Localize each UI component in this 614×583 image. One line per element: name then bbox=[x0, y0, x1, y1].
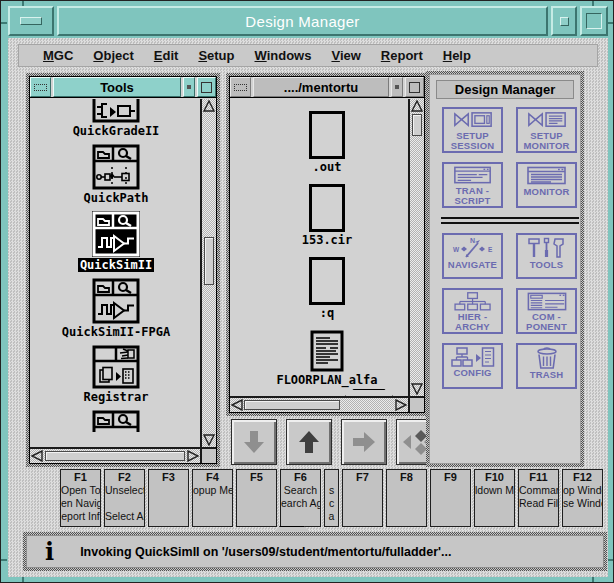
scrollbar-thumb[interactable] bbox=[244, 400, 340, 410]
fkey-f4[interactable]: F4 opup Men bbox=[192, 469, 233, 527]
menu-setup[interactable]: Setup bbox=[198, 48, 234, 63]
menu-view[interactable]: View bbox=[331, 48, 360, 63]
setup-monitor-icon bbox=[525, 110, 569, 131]
panel-menu-button[interactable] bbox=[30, 77, 51, 97]
nav-right-icon bbox=[349, 427, 379, 457]
palette-button-label: MONITOR bbox=[523, 187, 569, 197]
tools-horizontal-scrollbar[interactable] bbox=[30, 447, 200, 463]
scroll-right-icon[interactable] bbox=[187, 450, 199, 462]
menu-report[interactable]: Report bbox=[381, 48, 423, 63]
title-bar[interactable]: Design Manager bbox=[8, 6, 608, 36]
file-item-floorplan[interactable]: FLOORPLAN_alfa bbox=[276, 330, 377, 387]
file-item-q[interactable]: :q bbox=[309, 257, 345, 320]
minimize-button[interactable] bbox=[551, 6, 577, 36]
file-label: 153.cir bbox=[302, 233, 353, 247]
fkey-f6[interactable]: F6 Search earch Aga bbox=[280, 469, 321, 527]
scroll-left-icon[interactable] bbox=[231, 399, 243, 411]
scroll-down-icon[interactable] bbox=[411, 383, 423, 395]
registrar-icon bbox=[92, 345, 140, 389]
scroll-up-icon[interactable] bbox=[411, 100, 423, 112]
nav-up-button[interactable] bbox=[286, 419, 332, 465]
nav-multi-icon bbox=[402, 427, 429, 457]
palette-panel: Design Manager SETUP SESSION bbox=[426, 71, 584, 467]
file-vertical-scrollbar[interactable] bbox=[408, 99, 424, 396]
menu-object[interactable]: Object bbox=[93, 48, 133, 63]
panel-maximize-button[interactable] bbox=[197, 77, 216, 97]
window-menu-button[interactable] bbox=[8, 6, 54, 36]
fkey-f12[interactable]: F12 op Windo se Windo bbox=[562, 469, 603, 527]
fkey-f10[interactable]: F10 ldown Me bbox=[474, 469, 515, 527]
frame-handle[interactable] bbox=[1, 22, 7, 24]
component-button[interactable]: COM - PONENT bbox=[516, 288, 577, 334]
quicksim-fpga-icon bbox=[92, 278, 140, 324]
fkey-f2[interactable]: F2 Unselect A Select All bbox=[104, 469, 145, 527]
fkey-f11[interactable]: F11 Command Read File bbox=[518, 469, 559, 527]
quicksim-icon bbox=[92, 211, 140, 257]
frame-handle[interactable] bbox=[1, 559, 7, 561]
scroll-left-icon[interactable] bbox=[31, 450, 43, 462]
config-button[interactable]: CONFIG bbox=[442, 343, 503, 389]
status-bar: i Invoking QuickSimII on '/users09/stude… bbox=[23, 532, 607, 571]
scrollbar-thumb[interactable] bbox=[204, 237, 214, 285]
file-item-153cir[interactable]: 153.cir bbox=[302, 184, 353, 247]
tools-title-bar[interactable]: Tools bbox=[30, 77, 216, 98]
nav-down-button[interactable] bbox=[231, 419, 277, 465]
navigate-button[interactable]: N W E NAVIGATE bbox=[442, 233, 503, 279]
fkey-f7[interactable]: F7 bbox=[342, 469, 383, 527]
file-item-out[interactable]: .out bbox=[309, 111, 345, 174]
status-message: Invoking QuickSimII on '/users09/student… bbox=[80, 545, 451, 559]
fkey-f3[interactable]: F3 bbox=[148, 469, 189, 527]
component-icon bbox=[525, 291, 569, 312]
tool-item-quicksimii[interactable]: QuickSimII bbox=[78, 211, 154, 272]
panel-minimize-button[interactable] bbox=[183, 77, 195, 97]
menu-help[interactable]: Help bbox=[443, 48, 471, 63]
palette-title: Design Manager bbox=[436, 80, 574, 99]
nav-right-button[interactable] bbox=[341, 419, 387, 465]
menu-windows[interactable]: Windows bbox=[255, 48, 312, 63]
fkey-f8[interactable]: F8 bbox=[386, 469, 427, 527]
setup-monitor-button[interactable]: SETUP MONITOR bbox=[516, 107, 577, 153]
config-icon bbox=[451, 346, 495, 368]
blank-sheet-icon bbox=[309, 111, 345, 159]
palette-button-label: TRASH bbox=[530, 370, 564, 380]
palette-button-label: NAVIGATE bbox=[448, 260, 497, 270]
panel-maximize-button[interactable] bbox=[405, 77, 424, 97]
tool-item-quickpath[interactable]: QuickPath bbox=[83, 144, 148, 205]
tools-button[interactable]: TOOLS bbox=[516, 233, 577, 279]
fkey-narrow[interactable]: s c a bbox=[324, 469, 339, 527]
scroll-down-icon[interactable] bbox=[203, 434, 215, 446]
tool-item-quickgradeii[interactable]: QuickGradeII bbox=[73, 99, 160, 138]
fkey-f1[interactable]: F1 Open Too en Naviga eport Inf bbox=[60, 469, 101, 527]
tools-vertical-scrollbar[interactable] bbox=[200, 99, 216, 447]
transcript-button[interactable]: TRAN - SCRIPT bbox=[442, 162, 503, 208]
monitor-button[interactable]: MONITOR bbox=[516, 162, 577, 208]
menu-mgc[interactable]: MGC bbox=[43, 48, 73, 63]
scrollbar-thumb[interactable] bbox=[412, 114, 422, 136]
minimize-icon bbox=[395, 85, 399, 89]
fkey-f5[interactable]: F5 bbox=[236, 469, 277, 527]
palette-button-label: MONITOR bbox=[523, 141, 569, 151]
text-document-icon bbox=[310, 330, 344, 372]
menu-edit[interactable]: Edit bbox=[154, 48, 179, 63]
trash-button[interactable]: TRASH bbox=[516, 343, 577, 389]
transcript-icon bbox=[451, 165, 495, 186]
setup-session-button[interactable]: SETUP SESSION bbox=[442, 107, 503, 153]
monitor-icon bbox=[525, 165, 569, 187]
minimize-icon bbox=[187, 85, 191, 89]
scroll-up-icon[interactable] bbox=[203, 100, 215, 112]
file-title-bar[interactable]: ..../mentortu bbox=[230, 77, 424, 98]
tool-item-quicksimii-fpga[interactable]: QuickSimII-FPGA bbox=[62, 278, 170, 339]
nav-multi-button[interactable] bbox=[396, 419, 429, 465]
scrollbar-thumb[interactable] bbox=[45, 451, 185, 461]
tool-item-clipped[interactable] bbox=[92, 410, 140, 432]
hierarchy-button[interactable]: HIER - ARCHY bbox=[442, 288, 503, 334]
fkey-f9[interactable]: F9 bbox=[430, 469, 471, 527]
panel-menu-button[interactable] bbox=[230, 77, 251, 97]
maximize-button[interactable] bbox=[580, 6, 608, 36]
tool-icon-clipped bbox=[92, 410, 140, 432]
sash-icon bbox=[34, 84, 47, 91]
tool-item-registrar[interactable]: Registrar bbox=[83, 345, 148, 404]
file-horizontal-scrollbar[interactable] bbox=[230, 396, 408, 412]
panel-minimize-button[interactable] bbox=[391, 77, 403, 97]
scroll-right-icon[interactable] bbox=[395, 399, 407, 411]
